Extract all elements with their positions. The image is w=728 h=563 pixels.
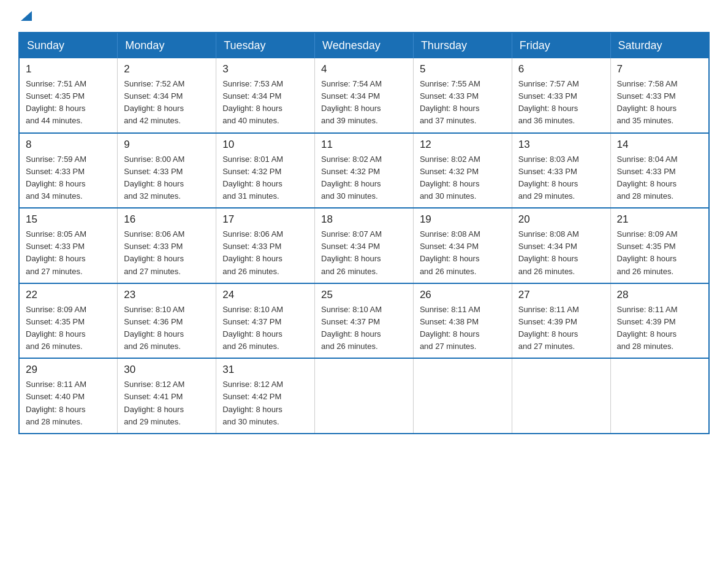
- day-number: 3: [222, 63, 308, 75]
- calendar-cell: [512, 358, 610, 434]
- week-row-3: 15Sunrise: 8:05 AM Sunset: 4:33 PM Dayli…: [19, 208, 709, 283]
- day-number: 16: [124, 213, 210, 226]
- day-info: Sunrise: 8:06 AM Sunset: 4:33 PM Dayligh…: [222, 228, 308, 278]
- day-number: 31: [222, 364, 308, 376]
- day-number: 7: [617, 63, 702, 75]
- day-number: 14: [617, 139, 702, 151]
- day-number: 25: [321, 289, 407, 301]
- calendar-cell: 17Sunrise: 8:06 AM Sunset: 4:33 PM Dayli…: [216, 208, 315, 283]
- day-number: 18: [321, 213, 407, 226]
- calendar-cell: 10Sunrise: 8:01 AM Sunset: 4:32 PM Dayli…: [216, 133, 315, 209]
- header-monday: Monday: [118, 33, 216, 58]
- day-info: Sunrise: 8:03 AM Sunset: 4:33 PM Dayligh…: [518, 153, 604, 203]
- header-saturday: Saturday: [610, 33, 709, 58]
- calendar-cell: 20Sunrise: 8:08 AM Sunset: 4:34 PM Dayli…: [512, 208, 610, 283]
- day-number: 17: [222, 213, 308, 226]
- calendar-cell: 13Sunrise: 8:03 AM Sunset: 4:33 PM Dayli…: [512, 133, 610, 209]
- day-number: 24: [222, 289, 308, 301]
- day-info: Sunrise: 7:51 AM Sunset: 4:35 PM Dayligh…: [26, 78, 111, 128]
- day-number: 4: [321, 63, 407, 75]
- calendar-cell: 19Sunrise: 8:08 AM Sunset: 4:34 PM Dayli…: [413, 208, 512, 283]
- day-number: 6: [518, 63, 604, 75]
- day-number: 9: [124, 139, 210, 151]
- calendar-table: SundayMondayTuesdayWednesdayThursdayFrid…: [18, 32, 710, 434]
- day-info: Sunrise: 8:05 AM Sunset: 4:33 PM Dayligh…: [26, 228, 111, 278]
- day-number: 12: [420, 139, 506, 151]
- calendar-cell: 1Sunrise: 7:51 AM Sunset: 4:35 PM Daylig…: [19, 58, 118, 133]
- day-info: Sunrise: 8:04 AM Sunset: 4:33 PM Dayligh…: [617, 153, 702, 203]
- day-number: 1: [26, 63, 111, 75]
- calendar-cell: 5Sunrise: 7:55 AM Sunset: 4:33 PM Daylig…: [413, 58, 512, 133]
- calendar-cell: 26Sunrise: 8:11 AM Sunset: 4:38 PM Dayli…: [413, 283, 512, 359]
- day-number: 10: [222, 139, 308, 151]
- calendar-cell: 21Sunrise: 8:09 AM Sunset: 4:35 PM Dayli…: [610, 208, 709, 283]
- day-info: Sunrise: 8:00 AM Sunset: 4:33 PM Dayligh…: [124, 153, 210, 203]
- calendar-cell: 4Sunrise: 7:54 AM Sunset: 4:34 PM Daylig…: [315, 58, 414, 133]
- day-number: 27: [518, 289, 604, 301]
- calendar-cell: 2Sunrise: 7:52 AM Sunset: 4:34 PM Daylig…: [118, 58, 216, 133]
- calendar-cell: 22Sunrise: 8:09 AM Sunset: 4:35 PM Dayli…: [19, 283, 118, 359]
- calendar-cell: 11Sunrise: 8:02 AM Sunset: 4:32 PM Dayli…: [315, 133, 414, 209]
- header-sunday: Sunday: [19, 33, 118, 58]
- day-number: 26: [420, 289, 506, 301]
- calendar-cell: [610, 358, 709, 434]
- day-number: 22: [26, 289, 111, 301]
- calendar-cell: 16Sunrise: 8:06 AM Sunset: 4:33 PM Dayli…: [118, 208, 216, 283]
- week-row-4: 22Sunrise: 8:09 AM Sunset: 4:35 PM Dayli…: [19, 283, 709, 359]
- day-info: Sunrise: 8:11 AM Sunset: 4:39 PM Dayligh…: [518, 304, 604, 353]
- day-info: Sunrise: 8:09 AM Sunset: 4:35 PM Dayligh…: [617, 228, 702, 278]
- day-info: Sunrise: 8:08 AM Sunset: 4:34 PM Dayligh…: [518, 228, 604, 278]
- week-row-1: 1Sunrise: 7:51 AM Sunset: 4:35 PM Daylig…: [19, 58, 709, 133]
- calendar-cell: 29Sunrise: 8:11 AM Sunset: 4:40 PM Dayli…: [19, 358, 118, 434]
- calendar-cell: 6Sunrise: 7:57 AM Sunset: 4:33 PM Daylig…: [512, 58, 610, 133]
- calendar-cell: 3Sunrise: 7:53 AM Sunset: 4:34 PM Daylig…: [216, 58, 315, 133]
- day-info: Sunrise: 8:10 AM Sunset: 4:37 PM Dayligh…: [222, 304, 308, 353]
- day-info: Sunrise: 7:55 AM Sunset: 4:33 PM Dayligh…: [420, 78, 506, 128]
- day-info: Sunrise: 8:01 AM Sunset: 4:32 PM Dayligh…: [222, 153, 308, 203]
- logo: [18, 12, 33, 20]
- day-info: Sunrise: 8:02 AM Sunset: 4:32 PM Dayligh…: [420, 153, 506, 203]
- calendar-cell: 15Sunrise: 8:05 AM Sunset: 4:33 PM Dayli…: [19, 208, 118, 283]
- day-info: Sunrise: 8:11 AM Sunset: 4:38 PM Dayligh…: [420, 304, 506, 353]
- calendar-cell: 31Sunrise: 8:12 AM Sunset: 4:42 PM Dayli…: [216, 358, 315, 434]
- day-info: Sunrise: 8:02 AM Sunset: 4:32 PM Dayligh…: [321, 153, 407, 203]
- day-number: 21: [617, 213, 702, 226]
- header-thursday: Thursday: [413, 33, 512, 58]
- calendar-cell: 9Sunrise: 8:00 AM Sunset: 4:33 PM Daylig…: [118, 133, 216, 209]
- calendar-cell: 12Sunrise: 8:02 AM Sunset: 4:32 PM Dayli…: [413, 133, 512, 209]
- day-info: Sunrise: 7:52 AM Sunset: 4:34 PM Dayligh…: [124, 78, 210, 128]
- header-tuesday: Tuesday: [216, 33, 315, 58]
- day-number: 20: [518, 213, 604, 226]
- day-info: Sunrise: 8:06 AM Sunset: 4:33 PM Dayligh…: [124, 228, 210, 278]
- day-number: 30: [124, 364, 210, 376]
- calendar-cell: 7Sunrise: 7:58 AM Sunset: 4:33 PM Daylig…: [610, 58, 709, 133]
- day-info: Sunrise: 8:07 AM Sunset: 4:34 PM Dayligh…: [321, 228, 407, 278]
- day-info: Sunrise: 8:12 AM Sunset: 4:42 PM Dayligh…: [222, 378, 308, 428]
- calendar-cell: 28Sunrise: 8:11 AM Sunset: 4:39 PM Dayli…: [610, 283, 709, 359]
- logo-triangle-icon: [20, 10, 33, 23]
- calendar-cell: 27Sunrise: 8:11 AM Sunset: 4:39 PM Dayli…: [512, 283, 610, 359]
- calendar-cell: [413, 358, 512, 434]
- calendar-cell: 24Sunrise: 8:10 AM Sunset: 4:37 PM Dayli…: [216, 283, 315, 359]
- svg-marker-0: [21, 11, 32, 21]
- calendar-cell: 8Sunrise: 7:59 AM Sunset: 4:33 PM Daylig…: [19, 133, 118, 209]
- day-info: Sunrise: 7:53 AM Sunset: 4:34 PM Dayligh…: [222, 78, 308, 128]
- day-number: 5: [420, 63, 506, 75]
- week-row-2: 8Sunrise: 7:59 AM Sunset: 4:33 PM Daylig…: [19, 133, 709, 209]
- day-info: Sunrise: 8:10 AM Sunset: 4:37 PM Dayligh…: [321, 304, 407, 353]
- day-info: Sunrise: 8:10 AM Sunset: 4:36 PM Dayligh…: [124, 304, 210, 353]
- calendar-cell: 25Sunrise: 8:10 AM Sunset: 4:37 PM Dayli…: [315, 283, 414, 359]
- header-friday: Friday: [512, 33, 610, 58]
- day-number: 8: [26, 139, 111, 151]
- calendar-header-row: SundayMondayTuesdayWednesdayThursdayFrid…: [19, 33, 709, 58]
- calendar-cell: 18Sunrise: 8:07 AM Sunset: 4:34 PM Dayli…: [315, 208, 414, 283]
- day-number: 15: [26, 213, 111, 226]
- week-row-5: 29Sunrise: 8:11 AM Sunset: 4:40 PM Dayli…: [19, 358, 709, 434]
- day-info: Sunrise: 8:11 AM Sunset: 4:39 PM Dayligh…: [617, 304, 702, 353]
- day-number: 11: [321, 139, 407, 151]
- day-info: Sunrise: 8:11 AM Sunset: 4:40 PM Dayligh…: [26, 378, 111, 428]
- day-number: 29: [26, 364, 111, 376]
- day-number: 23: [124, 289, 210, 301]
- day-number: 19: [420, 213, 506, 226]
- day-info: Sunrise: 7:59 AM Sunset: 4:33 PM Dayligh…: [26, 153, 111, 203]
